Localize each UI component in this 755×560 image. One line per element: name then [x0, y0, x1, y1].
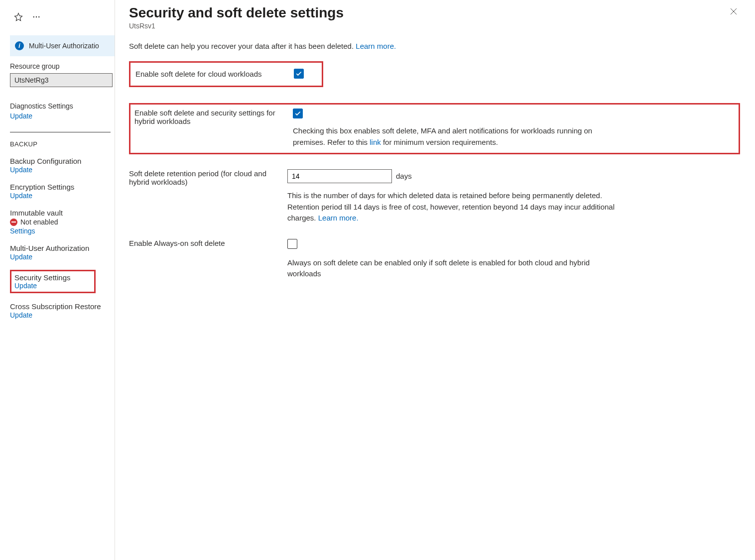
encryption-label: Encryption Settings — [10, 183, 115, 191]
hybrid-desc-post: for minimum version requirements. — [381, 138, 498, 146]
setting-retention-period: Soft delete retention period (for cloud … — [129, 169, 740, 224]
hybrid-soft-delete-label: Enable soft delete and security settings… — [134, 109, 293, 125]
diagnostics-settings-label: Diagnostics Settings — [10, 102, 115, 110]
cloud-soft-delete-highlight: Enable soft delete for cloud workloads — [129, 61, 323, 87]
always-on-label: Enable Always-on soft delete — [129, 239, 287, 247]
backup-heading: BACKUP — [10, 140, 115, 148]
security-update-link[interactable]: Update — [14, 282, 37, 290]
diagnostics-update-link[interactable]: Update — [10, 112, 32, 120]
favorite-star-icon[interactable] — [14, 12, 23, 23]
panel-title: Security and soft delete settings — [129, 5, 344, 21]
hybrid-soft-delete-checkbox[interactable] — [293, 109, 303, 118]
hybrid-soft-delete-highlight: Enable soft delete and security settings… — [129, 103, 740, 154]
immutable-vault-label: Immutable vault — [10, 209, 115, 217]
hybrid-desc-link[interactable]: link — [370, 138, 381, 146]
sidebar-item-cross-subscription: Cross Subscription Restore Update — [10, 302, 115, 319]
cross-sub-update-link[interactable]: Update — [10, 311, 32, 319]
retention-period-label: Soft delete retention period (for cloud … — [129, 169, 287, 186]
info-banner[interactable]: i Multi-User Authorizatio — [10, 35, 115, 56]
sidebar-item-immutable: Immutable vault Not enabled Settings — [10, 209, 115, 235]
days-text: days — [396, 172, 412, 180]
always-on-checkbox[interactable] — [287, 239, 297, 249]
sidebar-item-backup-config: Backup Configuration Update — [10, 157, 115, 174]
sidebar-toolbar — [10, 5, 115, 35]
svg-point-2 — [38, 16, 39, 17]
check-icon — [294, 110, 301, 117]
not-enabled-text: Not enabled — [20, 218, 58, 226]
resource-group-label: Resource group — [10, 62, 115, 70]
intro-learn-more-link[interactable]: Learn more. — [356, 42, 396, 50]
backup-config-label: Backup Configuration — [10, 157, 115, 165]
cloud-soft-delete-label: Enable soft delete for cloud workloads — [135, 70, 294, 78]
svg-point-1 — [36, 16, 37, 17]
mua-label: Multi-User Authorization — [10, 244, 115, 252]
close-icon — [729, 7, 738, 16]
info-banner-text: Multi-User Authorizatio — [29, 42, 99, 50]
retention-desc: This is the number of days for which del… — [287, 190, 616, 224]
not-enabled-icon — [10, 219, 17, 226]
setting-always-on: Enable Always-on soft delete Always on s… — [129, 239, 740, 280]
more-menu-icon[interactable] — [32, 12, 41, 23]
always-on-desc: Always on soft delete can be enabled onl… — [287, 257, 616, 280]
panel-header: Security and soft delete settings UtsRsv… — [129, 5, 740, 42]
hybrid-soft-delete-desc: Checking this box enables soft delete, M… — [293, 125, 622, 148]
check-icon — [295, 70, 302, 77]
setting-hybrid-soft-delete: Enable soft delete and security settings… — [134, 109, 735, 148]
immutable-settings-link[interactable]: Settings — [10, 227, 35, 235]
sidebar-item-encryption: Encryption Settings Update — [10, 183, 115, 200]
sidebar: i Multi-User Authorizatio Resource group… — [0, 0, 115, 560]
panel-subtitle: UtsRsv1 — [129, 22, 344, 30]
setting-cloud-soft-delete: Enable soft delete for cloud workloads — [135, 69, 317, 79]
mua-update-link[interactable]: Update — [10, 253, 32, 261]
intro-text-body: Soft delete can help you recover your da… — [129, 42, 354, 50]
retention-days-input[interactable] — [287, 169, 392, 183]
backup-config-update-link[interactable]: Update — [10, 166, 32, 174]
security-settings-label: Security Settings — [14, 273, 91, 282]
resource-group-field[interactable] — [10, 73, 113, 87]
cloud-soft-delete-checkbox[interactable] — [294, 69, 304, 79]
sidebar-divider — [10, 132, 111, 132]
close-button[interactable] — [727, 5, 740, 19]
sidebar-item-mua: Multi-User Authorization Update — [10, 244, 115, 261]
immutable-status: Not enabled — [10, 218, 115, 226]
settings-panel: Security and soft delete settings UtsRsv… — [115, 0, 755, 560]
intro-text: Soft delete can help you recover your da… — [129, 42, 740, 50]
svg-point-0 — [33, 16, 34, 17]
retention-learn-more-link[interactable]: Learn more. — [318, 214, 359, 222]
sidebar-item-security-highlighted: Security Settings Update — [10, 270, 96, 293]
info-icon: i — [15, 41, 24, 50]
cross-sub-label: Cross Subscription Restore — [10, 302, 115, 311]
encryption-update-link[interactable]: Update — [10, 192, 32, 200]
